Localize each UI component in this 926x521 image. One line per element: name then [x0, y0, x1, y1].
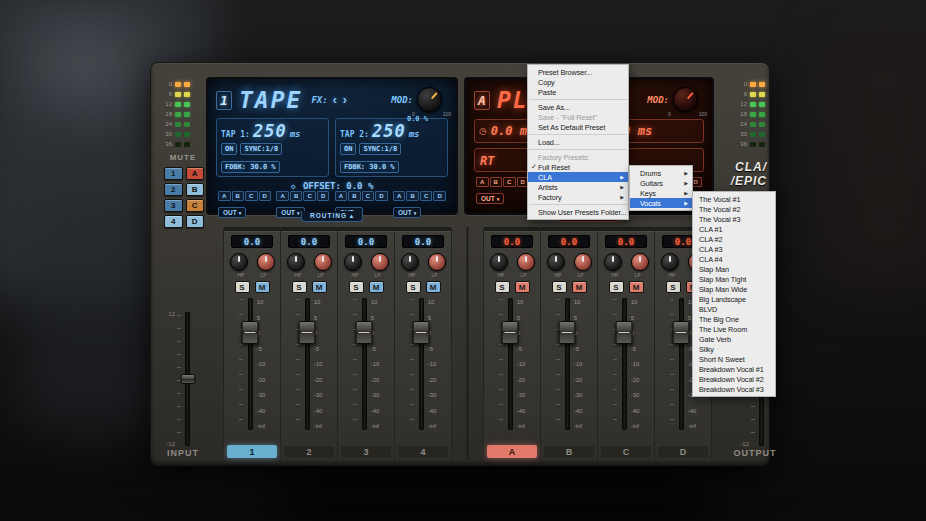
menu-item[interactable]: Save - "Full Reset" — [528, 112, 628, 122]
menu-item[interactable] — [529, 99, 627, 100]
lp-knob[interactable] — [371, 253, 389, 271]
menu-item[interactable]: Short N Sweet — [693, 354, 775, 364]
menu-item[interactable]: Factory Presets: — [528, 152, 628, 162]
channel-fader-thumb[interactable] — [413, 321, 430, 344]
tap-time-value[interactable]: 250 — [253, 121, 287, 141]
solo-button[interactable]: S — [609, 281, 624, 293]
menu-item[interactable]: Slap Man Tight — [693, 274, 775, 284]
menu-item[interactable]: Breakdown Vocal #3 — [693, 384, 775, 394]
reverb-preset-slot[interactable]: A — [474, 91, 490, 110]
hp-knob[interactable] — [490, 253, 508, 271]
route-toggle-button[interactable]: B — [348, 191, 361, 201]
menu-item[interactable]: Silky — [693, 344, 775, 354]
menu-item[interactable]: Breakdown Vocal #2 — [693, 374, 775, 384]
channel-mute-button[interactable]: A — [186, 167, 205, 180]
menu-item[interactable]: Slap Man Wide — [693, 284, 775, 294]
menu-item[interactable]: CLA — [528, 172, 628, 182]
tap-sync-select[interactable]: SYNC:1/8 — [359, 143, 401, 155]
input-fader-thumb[interactable] — [180, 374, 195, 384]
solo-button[interactable]: S — [406, 281, 421, 293]
solo-button[interactable]: S — [235, 281, 250, 293]
menu-item[interactable] — [529, 134, 627, 135]
channel-tab[interactable]: A — [487, 445, 537, 458]
channel-tab[interactable]: B — [544, 445, 594, 458]
tap-on-button[interactable]: ON — [221, 143, 237, 155]
route-toggle-button[interactable]: D — [375, 191, 388, 201]
route-toggle-button[interactable]: A — [218, 191, 231, 201]
mute-button[interactable]: M — [312, 281, 327, 293]
out-select-button[interactable]: OUT ▾ — [218, 207, 246, 218]
menu-item[interactable]: The Vocal #2 — [693, 204, 775, 214]
channel-fader-thumb[interactable] — [673, 321, 690, 344]
mute-button[interactable]: M — [426, 281, 441, 293]
tap-on-button[interactable]: ON — [340, 143, 356, 155]
channel-tab[interactable]: D — [658, 445, 708, 458]
menu-item[interactable]: Breakdown Vocal #1 — [693, 364, 775, 374]
route-toggle-button[interactable]: B — [290, 191, 303, 201]
mute-button[interactable]: M — [629, 281, 644, 293]
prev-fx-icon[interactable]: ‹ — [332, 94, 338, 106]
channel-fader-thumb[interactable] — [559, 321, 576, 344]
menu-item[interactable]: The Vocal #3 — [693, 214, 775, 224]
channel-mute-button[interactable]: C — [186, 199, 205, 212]
lp-knob[interactable] — [631, 253, 649, 271]
channel-tab[interactable]: 2 — [284, 445, 334, 458]
route-toggle-button[interactable]: C — [362, 191, 375, 201]
hp-knob[interactable] — [230, 253, 248, 271]
channel-tab[interactable]: C — [601, 445, 651, 458]
menu-item[interactable]: Factory — [528, 192, 628, 202]
channel-mute-button[interactable]: B — [186, 183, 205, 196]
tap-feedback-field[interactable]: FDBK: 30.0 % — [221, 161, 280, 173]
channel-tab[interactable]: 1 — [227, 445, 277, 458]
menu-item[interactable]: Gate Verb — [693, 334, 775, 344]
route-toggle-button[interactable]: D — [317, 191, 330, 201]
mute-button[interactable]: M — [255, 281, 270, 293]
solo-button[interactable]: S — [552, 281, 567, 293]
channel-fader-thumb[interactable] — [502, 321, 519, 344]
menu-item[interactable]: Save As... — [528, 102, 628, 112]
menu-item[interactable]: Preset Browser... — [528, 67, 628, 77]
route-toggle-button[interactable]: C — [503, 177, 516, 187]
lp-knob[interactable] — [257, 253, 275, 271]
menu-item[interactable] — [529, 149, 627, 150]
menu-item[interactable]: CLA #1 — [693, 224, 775, 234]
route-toggle-button[interactable]: A — [276, 191, 289, 201]
hp-knob[interactable] — [287, 253, 305, 271]
lp-knob[interactable] — [574, 253, 592, 271]
channel-fader-thumb[interactable] — [616, 321, 633, 344]
menu-item[interactable]: Full Reset — [528, 162, 628, 172]
route-toggle-button[interactable]: D — [433, 191, 446, 201]
routing-tab[interactable]: ROUTING ▴ — [301, 211, 363, 222]
channel-mute-button[interactable]: D — [186, 215, 205, 228]
route-toggle-button[interactable]: D — [259, 191, 272, 201]
mute-button[interactable]: M — [572, 281, 587, 293]
menu-item[interactable]: The Vocal #1 — [693, 194, 775, 204]
offset-row[interactable]: ◇ OFFSET: 0.0 % — [216, 181, 448, 191]
hp-knob[interactable] — [604, 253, 622, 271]
menu-item[interactable]: Artists — [528, 182, 628, 192]
out-select-button[interactable]: OUT ▾ — [393, 207, 421, 218]
hp-knob[interactable] — [547, 253, 565, 271]
channel-mute-button[interactable]: 3 — [164, 199, 183, 212]
menu-item[interactable]: Vocals — [630, 198, 692, 208]
channel-mute-button[interactable]: 4 — [164, 215, 183, 228]
menu-item[interactable]: Guitars — [630, 178, 692, 188]
menu-item[interactable]: Copy — [528, 77, 628, 87]
route-toggle-button[interactable]: B — [232, 191, 245, 201]
solo-button[interactable]: S — [349, 281, 364, 293]
mute-button[interactable]: M — [369, 281, 384, 293]
lp-knob[interactable] — [314, 253, 332, 271]
menu-item[interactable]: Paste — [528, 87, 628, 97]
channel-tab[interactable]: 3 — [341, 445, 391, 458]
menu-item[interactable]: Set As Default Preset — [528, 122, 628, 132]
route-toggle-button[interactable]: C — [245, 191, 258, 201]
mod-knob[interactable] — [673, 87, 698, 112]
solo-button[interactable]: S — [666, 281, 681, 293]
menu-item[interactable]: The Live Room — [693, 324, 775, 334]
route-toggle-button[interactable]: A — [476, 177, 489, 187]
menu-item[interactable]: Big Landscape — [693, 294, 775, 304]
route-toggle-button[interactable]: A — [393, 191, 406, 201]
menu-item[interactable]: Show User Presets Folder... — [528, 207, 628, 217]
delay-preset-slot[interactable]: 1 — [216, 91, 232, 110]
next-fx-icon[interactable]: › — [342, 94, 348, 106]
